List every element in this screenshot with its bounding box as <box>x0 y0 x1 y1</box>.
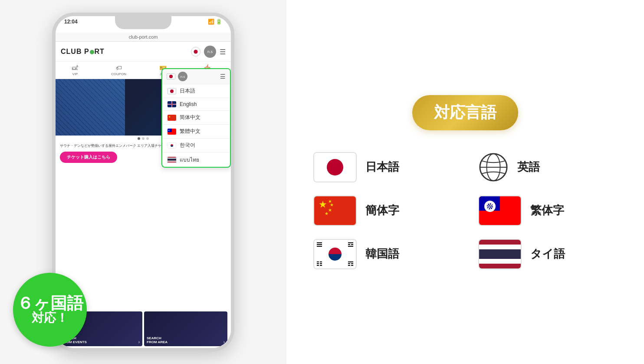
app-logo: CLUB PRT <box>61 48 105 56</box>
lang-name-korean: 韓国語 <box>365 246 399 261</box>
lang-option-korean[interactable]: 한국어 <box>162 139 230 152</box>
url-bar: club-port.com <box>56 33 231 42</box>
dot-2 <box>142 137 145 140</box>
lang-option-thai[interactable]: แบบไทย <box>162 152 230 167</box>
flag-thai <box>478 239 522 269</box>
badge-line1: ６ヶ国語 <box>17 295 83 311</box>
phone-section: ６ヶ国語 対応！ 12:04 📶 🔋 club-port.com CLUB PR… <box>0 0 286 364</box>
nav-vip[interactable]: 🛋 VIP <box>72 64 78 76</box>
flag-korean <box>313 239 357 269</box>
lang-name-simplified: 簡体字 <box>365 203 399 218</box>
lang-entry-korean: 韓国語 <box>313 239 452 269</box>
dot-3 <box>146 137 149 140</box>
time-display: 12:04 <box>64 19 78 25</box>
flag-small <box>191 47 200 56</box>
user-avatar[interactable]: n.s <box>204 46 216 58</box>
app-header: CLUB PRT n.s ☰ <box>56 42 231 62</box>
lang-entry-thai: タイ語 <box>478 239 617 269</box>
lang-entry-simplified: ★ ★ ★ ★ ★ 簡体字 <box>313 195 452 226</box>
globe-icon <box>478 152 509 182</box>
dropdown-header: n.s ☰ <box>162 69 230 84</box>
lang-name-english: 英語 <box>517 159 540 175</box>
language-count-badge: ６ヶ国語 対応！ <box>13 273 87 347</box>
dropdown-user: n.s <box>178 72 187 81</box>
lang-name-japanese: 日本語 <box>365 159 399 175</box>
lang-option-japanese[interactable]: 日本語 <box>162 84 230 98</box>
lang-option-chinese-traditional[interactable]: ☀ 繁體中文 <box>162 125 230 139</box>
languages-grid: 日本語 英語 ★ ★ ★ ★ ★ <box>313 152 617 269</box>
lang-option-chinese-simplified[interactable]: ★ 简体中文 <box>162 111 230 125</box>
right-section: 対応言語 日本語 英語 <box>286 0 644 364</box>
title-badge: 対応言語 <box>412 95 518 130</box>
flag-simplified-chinese: ★ ★ ★ ★ ★ <box>313 195 357 226</box>
language-dropdown[interactable]: n.s ☰ 日本語 <box>161 68 231 168</box>
nav-coupon[interactable]: 🏷 COUPON <box>111 64 126 76</box>
thumb-area[interactable]: SEARCHFROM AREA › <box>144 311 227 346</box>
lang-entry-japanese: 日本語 <box>313 152 452 182</box>
menu-icon[interactable]: ☰ <box>220 48 226 56</box>
dot-1 <box>138 137 140 140</box>
status-bar: 12:04 📶 🔋 <box>56 19 231 25</box>
lang-entry-english: 英語 <box>478 152 617 182</box>
title-text: 対応言語 <box>434 103 496 121</box>
lang-name-traditional: 繁体字 <box>530 203 564 218</box>
flag-traditional-chinese <box>478 195 522 226</box>
dropdown-menu-icon: ☰ <box>220 73 226 80</box>
lang-option-english[interactable]: English <box>162 98 230 111</box>
buy-button[interactable]: チケット購入はこちら <box>60 152 117 163</box>
lang-name-thai: タイ語 <box>530 246 565 261</box>
connectivity-icons: 📶 🔋 <box>208 19 222 25</box>
flag-japanese <box>313 152 357 182</box>
badge-line2: 対応！ <box>32 311 68 325</box>
lang-entry-traditional: 繁体字 <box>478 195 617 226</box>
header-icons: n.s ☰ <box>191 46 226 58</box>
banner-image <box>56 79 125 136</box>
